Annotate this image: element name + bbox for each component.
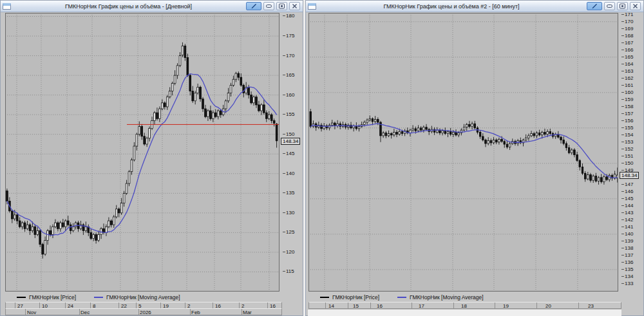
- price-axis: 1151201251301351401451501551601651701751…: [281, 13, 303, 292]
- hourly-chart-canvas[interactable]: [308, 13, 618, 292]
- chart-legend: ГМКНорНик [Price] ГМКНорНик [Moving Aver…: [5, 293, 282, 301]
- price-axis-tick: 145: [286, 151, 294, 156]
- time-axis-tick: 15: [353, 303, 359, 309]
- ma-line-swatch: [397, 297, 406, 298]
- ma-line-swatch: [94, 297, 103, 298]
- window-title: ГМКНорНик График цены и объёма - [Дневно…: [11, 3, 246, 10]
- time-axis-tick: 17: [419, 303, 424, 309]
- chart-window-icon: [308, 3, 316, 10]
- price-axis-tick: 147: [625, 182, 633, 187]
- close-button[interactable]: [289, 2, 300, 10]
- daily-chart-canvas[interactable]: [5, 13, 279, 292]
- legend-ma-label: ГМКНорНик [Moving Average]: [106, 294, 180, 301]
- price-axis-tick: 170: [286, 53, 294, 59]
- price-axis-tick: 152: [625, 147, 633, 152]
- time-axis-tick: 16: [377, 303, 383, 309]
- time-axis-tick: Mar: [243, 310, 252, 315]
- price-axis-tick: 151: [625, 154, 633, 159]
- time-axis-tick: 14: [328, 303, 334, 309]
- price-axis-tick: 167: [625, 41, 633, 46]
- price-axis-tick: 156: [625, 118, 633, 124]
- draw-tool-icon: [251, 1, 258, 11]
- close-icon: [632, 1, 638, 11]
- chart-legend: ГМКНорНик [Price] ГМКНорНик [Moving Aver…: [308, 293, 621, 301]
- price-axis-tick: 155: [286, 112, 294, 117]
- price-axis-tick: 143: [625, 210, 633, 216]
- time-axis-row: 1415161718192023: [308, 302, 621, 309]
- price-axis-tick: 138: [625, 246, 633, 251]
- price-axis-tick: 144: [625, 203, 633, 209]
- window-titlebar[interactable]: ГМКНорНик График цены и объёма - [Дневно…: [1, 1, 303, 12]
- price-axis-tick: 155: [625, 125, 633, 131]
- minimize-icon: [265, 1, 272, 11]
- time-axis-row: NovDec2026FebMar: [5, 308, 282, 315]
- price-axis-tick: 150: [286, 132, 294, 137]
- price-axis: 1331341351361371381391401411421431441451…: [620, 13, 642, 292]
- price-axis-tick: 153: [625, 140, 633, 145]
- price-axis-tick: 164: [625, 62, 633, 67]
- price-axis-tick: 135: [625, 267, 633, 272]
- price-axis-tick: 140: [625, 232, 633, 237]
- price-axis-tick: 160: [286, 93, 294, 98]
- price-axis-tick: 146: [625, 189, 633, 194]
- price-axis-tick: 115: [286, 269, 294, 274]
- close-button[interactable]: [630, 2, 641, 10]
- window-title: ГМКНорНик График цены и объёма #2 - [60 …: [316, 3, 587, 10]
- chart-window-daily: ГМКНорНик График цены и объёма - [Дневно…: [0, 0, 303, 316]
- price-axis-tick: 154: [625, 133, 633, 138]
- price-axis-tick: 165: [625, 55, 633, 60]
- price-axis-tick: 120: [286, 250, 294, 255]
- legend-price-label: ГМКНорНик [Price]: [332, 294, 379, 301]
- price-axis-tick: 135: [286, 191, 294, 196]
- price-axis-tick: 137: [625, 253, 633, 258]
- price-line-swatch: [320, 297, 329, 298]
- price-axis-tick: 140: [286, 171, 294, 176]
- price-axis-tick: 168: [625, 33, 633, 39]
- chart-window-hourly: ГМКНорНик График цены и объёма #2 - [60 …: [305, 0, 644, 316]
- time-axis: 1415161718192023: [308, 302, 621, 309]
- restore-button[interactable]: [276, 2, 287, 10]
- legend-ma-label: ГМКНорНик [Moving Average]: [410, 294, 484, 301]
- price-axis-tick: 136: [625, 260, 633, 265]
- restore-icon: [278, 1, 285, 11]
- price-axis-tick: 130: [286, 210, 294, 216]
- window-titlebar[interactable]: ГМКНорНик График цены и объёма #2 - [60 …: [306, 1, 643, 12]
- price-axis-tick: 175: [286, 33, 294, 39]
- time-axis-empty-row: [308, 309, 621, 316]
- time-axis-tick: Dec: [80, 310, 90, 315]
- price-axis-tick: 142: [625, 218, 633, 223]
- price-axis-tick: 145: [625, 196, 633, 201]
- time-axis-tick: 2026: [140, 310, 151, 315]
- draw-tool-button[interactable]: [246, 2, 261, 10]
- time-axis-tick: Nov: [27, 310, 36, 315]
- last-price-label: 148.34: [620, 172, 639, 179]
- close-icon: [292, 1, 298, 11]
- minimize-button[interactable]: [604, 2, 615, 10]
- price-axis-tick: 165: [286, 73, 294, 78]
- chart-window-icon: [3, 3, 11, 10]
- time-axis-tick: Feb: [191, 310, 200, 315]
- legend-price-label: ГМКНорНик [Price]: [29, 294, 76, 301]
- minimize-button[interactable]: [263, 2, 274, 10]
- price-axis-tick: 169: [625, 26, 633, 32]
- restore-button[interactable]: [617, 2, 628, 10]
- price-axis-tick: 163: [625, 69, 633, 74]
- mdi-workspace: ГМКНорНик График цены и объёма - [Дневно…: [0, 0, 644, 316]
- time-axis-tick: 23: [588, 303, 594, 309]
- price-axis-tick: 180: [286, 14, 294, 19]
- price-axis-tick: 159: [625, 97, 633, 102]
- price-axis-tick: 160: [625, 90, 633, 95]
- draw-tool-button[interactable]: [587, 2, 602, 10]
- minimize-icon: [606, 1, 613, 11]
- price-axis-tick: 141: [625, 225, 633, 230]
- price-axis-tick: 139: [625, 239, 633, 244]
- time-axis: 271024822519216216NovDec2026FebMar: [5, 302, 282, 315]
- price-axis-tick: 171: [625, 12, 633, 17]
- time-axis-tick: 20: [545, 303, 551, 309]
- last-price-label: 148.34: [281, 138, 300, 145]
- time-axis-tick: 19: [503, 303, 509, 309]
- price-axis-tick: 161: [625, 83, 633, 88]
- restore-icon: [619, 1, 626, 11]
- price-axis-tick: 133: [625, 281, 633, 286]
- price-line-swatch: [17, 297, 26, 298]
